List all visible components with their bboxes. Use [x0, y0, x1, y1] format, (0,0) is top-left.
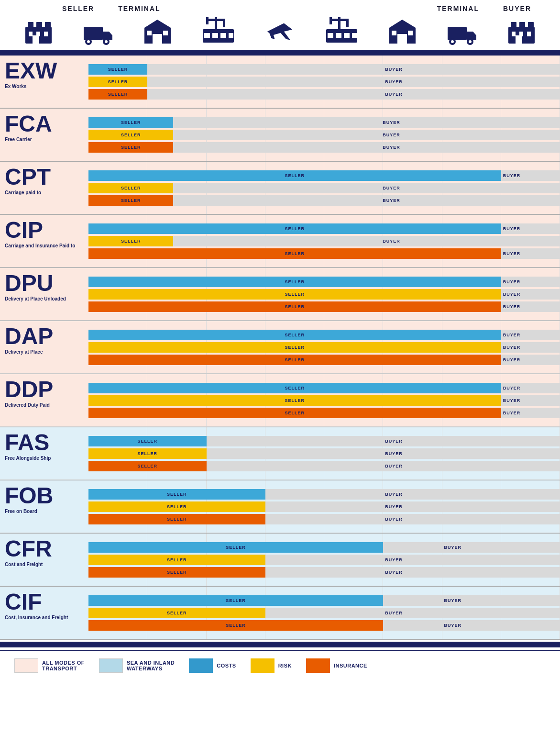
seller-bar: SELLER: [88, 130, 173, 140]
seller-bar: SELLER: [88, 248, 501, 259]
empty-bar: [265, 489, 384, 500]
bars-col-FOB: SELLERBUYERSELLERBUYERSELLERBUYER: [88, 480, 560, 533]
seller-bar: SELLER: [88, 277, 501, 287]
svg-rect-41: [448, 27, 467, 40]
bar-row-costs: SELLERBUYER: [88, 330, 560, 340]
terminal-right-label: TERMINAL: [437, 5, 479, 12]
legend-risk: RISK: [251, 658, 292, 673]
svg-rect-27: [229, 33, 233, 38]
legend-risk-label: RISK: [278, 663, 292, 668]
bar-row-ins: SELLERBUYER: [88, 567, 560, 578]
empty-bar: [265, 501, 384, 512]
bar-row-risk: SELLERBUYER: [88, 289, 560, 300]
buyer-bar: BUYER: [501, 330, 560, 340]
incoterm-row-CFR: CFR Cost and Freight SELLERBUYERSELLERBU…: [0, 534, 560, 586]
legend-risk-box: [251, 658, 275, 673]
bars-area: SELLERBUYERSELLERBUYERSELLERBUYER: [88, 60, 560, 103]
term-code-FAS: FAS: [5, 431, 86, 454]
term-code-EXW: EXW: [5, 59, 86, 82]
bar-row-costs: SELLERBUYER: [88, 436, 560, 446]
term-name-FAS: Free Alongside Ship: [5, 455, 86, 461]
term-name-DDP: Delivered Duty Paid: [5, 402, 86, 408]
buyer-bar: BUYER: [501, 223, 560, 234]
svg-point-11: [87, 40, 90, 43]
buyer-bar: BUYER: [383, 448, 560, 459]
buyer-bar: BUYER: [383, 461, 560, 471]
buyer-bar: BUYER: [501, 355, 560, 365]
bar-row-risk: SELLERBUYER: [88, 183, 560, 193]
svg-rect-34: [336, 33, 341, 38]
buyer-bar: BUYER: [442, 542, 560, 553]
truck-right-icon: [445, 20, 479, 46]
empty-bar: [265, 608, 384, 618]
label-col-CPT: CPT Carriage paid to: [0, 162, 88, 214]
legend-insurance-label: INSURANCE: [334, 663, 367, 668]
bars-col-CIF: SELLERBUYERSELLERBUYERSELLERBUYER: [88, 587, 560, 639]
seller-bar: SELLER: [88, 383, 501, 393]
buyer-bar: BUYER: [383, 608, 560, 618]
buyer-bar: BUYER: [383, 89, 560, 100]
buyer-bar: BUYER: [383, 514, 560, 524]
svg-point-13: [105, 40, 108, 43]
svg-rect-38: [397, 34, 407, 44]
incoterm-row-DAP: DAP Delivery at Place SELLERBUYERSELLERB…: [0, 321, 560, 374]
warehouse-left-icon: [142, 17, 173, 46]
term-code-DPU: DPU: [5, 272, 86, 295]
bars-col-FCA: SELLERBUYERSELLERBUYERSELLERBUYER: [88, 109, 560, 161]
factory-seller-icon: [23, 17, 54, 46]
empty-bar: [173, 183, 381, 193]
svg-rect-39: [392, 31, 396, 35]
term-name-CIF: Cost, Insurance and Freight: [5, 614, 86, 621]
bar-row-ins: SELLERBUYER: [88, 142, 560, 153]
seller-bar: SELLER: [88, 555, 265, 565]
separator: [0, 639, 560, 640]
buyer-bar: BUYER: [381, 142, 560, 153]
buyer-bar: BUYER: [501, 170, 560, 181]
incoterm-row-FOB: FOB Free on Board SELLERBUYERSELLERBUYER…: [0, 480, 560, 533]
seller-bar: SELLER: [88, 223, 501, 234]
label-col-DAP: DAP Delivery at Place: [0, 321, 88, 373]
buyer-bar: BUYER: [501, 408, 560, 418]
svg-rect-55: [516, 35, 522, 44]
bars-area: SELLERBUYERSELLERBUYERSELLERBUYER: [88, 379, 560, 422]
empty-bar: [173, 130, 381, 140]
svg-rect-50: [519, 22, 525, 29]
svg-rect-40: [408, 31, 413, 35]
svg-rect-22: [206, 17, 209, 24]
seller-bar: SELLER: [88, 301, 501, 312]
bar-row-risk: SELLERBUYER: [88, 608, 560, 618]
seller-bar: SELLER: [88, 183, 173, 193]
buyer-bar: BUYER: [501, 383, 560, 393]
svg-rect-18: [163, 31, 168, 35]
seller-bar: SELLER: [88, 620, 383, 631]
buyer-bar: BUYER: [383, 64, 560, 75]
legend-all-modes: ALL MODES OFTRANSPORT: [14, 658, 85, 673]
bars-area: SELLERBUYERSELLERBUYERSELLERBUYER: [88, 591, 560, 635]
label-col-CFR: CFR Cost and Freight: [0, 534, 88, 586]
svg-rect-21: [208, 19, 224, 21]
bars-area: SELLERBUYERSELLERBUYERSELLERBUYER: [88, 326, 560, 369]
svg-point-46: [469, 40, 472, 43]
bars-area: SELLERBUYERSELLERBUYERSELLERBUYER: [88, 167, 560, 210]
buyer-bar: BUYER: [381, 183, 560, 193]
empty-bar: [207, 436, 384, 446]
bar-row-ins: SELLERBUYER: [88, 620, 560, 631]
seller-bar: SELLER: [88, 89, 147, 100]
incoterm-row-CIP: CIP Carriage and Insurance Paid to SELLE…: [0, 215, 560, 267]
bars-col-CIP: SELLERBUYERSELLERBUYERSELLERBUYER: [88, 215, 560, 267]
empty-bar: [147, 89, 383, 100]
seller-bar: SELLER: [88, 195, 173, 206]
legend-sea-box: [99, 658, 123, 673]
bar-row-risk: SELLERBUYER: [88, 77, 560, 87]
buyer-bar: BUYER: [442, 595, 560, 606]
bar-row-ins: SELLERBUYER: [88, 408, 560, 418]
incoterm-row-DDP: DDP Delivered Duty Paid SELLERBUYERSELLE…: [0, 374, 560, 427]
bar-row-risk: SELLERBUYER: [88, 555, 560, 565]
seller-bar: SELLER: [88, 77, 147, 87]
plane-spacer: [161, 5, 437, 12]
empty-bar: [265, 555, 384, 565]
bar-row-risk: SELLERBUYER: [88, 236, 560, 246]
empty-bar: [265, 567, 384, 578]
term-code-DDP: DDP: [5, 378, 86, 401]
seller-bar: SELLER: [88, 395, 501, 406]
